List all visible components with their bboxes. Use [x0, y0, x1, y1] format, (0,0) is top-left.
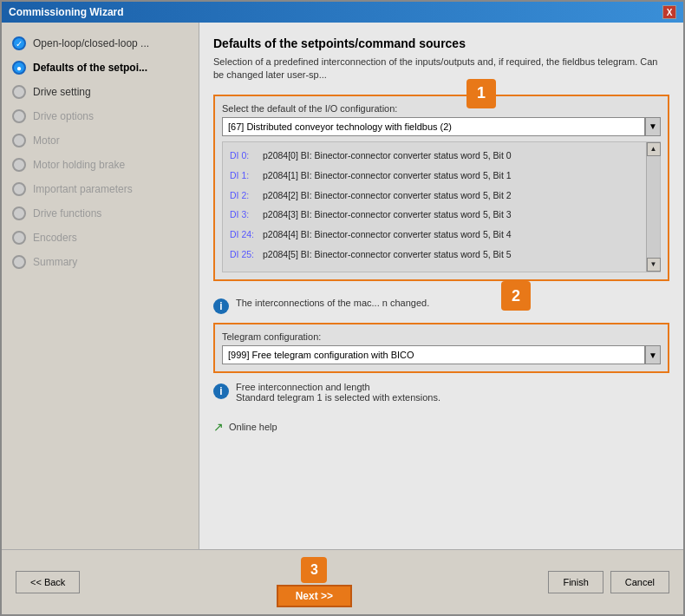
sidebar-item-motor-holding-brake[interactable]: Motor holding brake	[2, 153, 199, 177]
cancel-button[interactable]: Cancel	[610, 571, 669, 593]
sidebar-label-open-loop: Open-loop/closed-loop ...	[33, 37, 149, 49]
sidebar-item-summary[interactable]: Summary	[2, 250, 199, 274]
telegram-value[interactable]: [999] Free telegram configuration with B…	[222, 345, 645, 364]
interconnection-note: The interconnections of the mac... n cha…	[236, 297, 429, 310]
io-row-label-0: DI 0:	[230, 147, 263, 164]
sidebar-label-important-parameters: Important parameters	[33, 183, 133, 195]
telegram-select-row: [999] Free telegram configuration with B…	[222, 345, 661, 364]
io-row-value-4: p2084[4] BI: Binector-connector converte…	[263, 226, 512, 243]
bottom-right-buttons: Finish Cancel	[548, 571, 669, 593]
inactive-icon-2	[12, 109, 26, 123]
sidebar-item-defaults-setpoints[interactable]: ● Defaults of the setpoi...	[2, 56, 199, 80]
io-list-row-3: DI 3: p2084[3] BI: Binector-connector co…	[230, 206, 653, 223]
bottom-bar: << Back 3 Next >> Finish Cancel	[2, 549, 683, 614]
info-icon-2: i	[213, 383, 229, 399]
sidebar-item-important-parameters[interactable]: Important parameters	[2, 177, 199, 201]
telegram-section: Telegram configuration: [999] Free teleg…	[213, 323, 669, 373]
sidebar-label-summary: Summary	[33, 256, 77, 268]
free-info-line2: Standard telegram 1 is selected with ext…	[236, 392, 440, 403]
telegram-label: Telegram configuration:	[222, 331, 661, 342]
sidebar-label-motor-holding-brake: Motor holding brake	[33, 159, 125, 171]
io-config-label: Select the default of the I/O configurat…	[222, 103, 661, 114]
io-row-label-2: DI 2:	[230, 187, 263, 204]
sidebar-label-defaults: Defaults of the setpoi...	[33, 62, 147, 74]
scroll-down-button[interactable]: ▼	[647, 258, 661, 272]
io-list-row-0: DI 0: p2084[0] BI: Binector-connector co…	[230, 147, 653, 164]
io-config-dropdown-arrow[interactable]: ▼	[645, 117, 661, 136]
step2-container: 2 i The interconnections of the mac... n…	[213, 297, 669, 314]
io-row-value-2: p2084[2] BI: Binector-connector converte…	[263, 187, 512, 204]
io-row-label-4: DI 24:	[230, 226, 263, 243]
online-help-link[interactable]: ↗ Online help	[213, 420, 669, 434]
free-info-text: Free interconnection and length Standard…	[236, 382, 440, 403]
io-config-section: Select the default of the I/O configurat…	[213, 95, 669, 281]
content-area: ✓ Open-loop/closed-loop ... ● Defaults o…	[2, 23, 683, 549]
scrollbar[interactable]: ▲ ▼	[646, 142, 660, 272]
io-list-row-5: DI 25: p2084[5] BI: Binector-connector c…	[230, 246, 653, 263]
io-row-value-0: p2084[0] BI: Binector-connector converte…	[263, 147, 512, 164]
io-row-label-3: DI 3:	[230, 206, 263, 223]
inactive-icon-5	[12, 182, 26, 196]
free-interconnection-info: i Free interconnection and length Standa…	[213, 382, 669, 403]
inactive-icon-3	[12, 134, 26, 147]
io-row-value-3: p2084[3] BI: Binector-connector converte…	[263, 206, 512, 223]
free-info-line1: Free interconnection and length	[236, 382, 440, 392]
help-arrow-icon: ↗	[213, 420, 224, 434]
main-panel: Defaults of the setpoints/command source…	[199, 23, 683, 549]
io-row-value-5: p2084[5] BI: Binector-connector converte…	[263, 246, 512, 263]
badge-3: 3	[301, 557, 327, 583]
sidebar-label-motor: Motor	[33, 134, 60, 147]
online-help-label: Online help	[229, 422, 277, 432]
sidebar-item-drive-functions[interactable]: Drive functions	[2, 201, 199, 226]
io-list-row-4: DI 24: p2084[4] BI: Binector-connector c…	[230, 226, 653, 243]
main-subtitle: Selection of a predefined interconnectio…	[213, 56, 669, 82]
step1-container: 1 Select the default of the I/O configur…	[213, 95, 669, 290]
next-button[interactable]: Next >>	[277, 585, 352, 607]
badge-1: 1	[466, 79, 496, 108]
badge-2: 2	[501, 281, 531, 311]
sidebar-item-drive-setting[interactable]: Drive setting	[2, 80, 199, 104]
commissioning-wizard-window: Commissioning Wizard X ✓ Open-loop/close…	[0, 0, 685, 616]
io-config-value[interactable]: [67] Distributed conveyor technology wit…	[222, 117, 645, 136]
finish-button[interactable]: Finish	[548, 571, 603, 593]
sidebar-label-encoders: Encoders	[33, 232, 77, 244]
sidebar-item-motor[interactable]: Motor	[2, 128, 199, 153]
inactive-icon-8	[12, 255, 26, 269]
sidebar-label-drive-setting: Drive setting	[33, 86, 91, 98]
io-list-row-2: DI 2: p2084[2] BI: Binector-connector co…	[230, 187, 653, 204]
window-title: Commissioning Wizard	[9, 6, 124, 18]
sidebar-item-encoders[interactable]: Encoders	[2, 226, 199, 250]
title-bar: Commissioning Wizard X	[2, 2, 683, 23]
inactive-icon-4	[12, 158, 26, 172]
close-button[interactable]: X	[662, 5, 676, 19]
io-row-value-1: p2084[1] BI: Binector-connector converte…	[263, 167, 512, 184]
next-button-container: 3 Next >>	[277, 557, 352, 607]
checked-icon: ✓	[12, 36, 26, 50]
io-config-select-row: [67] Distributed conveyor technology wit…	[222, 117, 661, 136]
info-icon-1: i	[213, 298, 229, 314]
main-title: Defaults of the setpoints/command source…	[213, 36, 669, 50]
scroll-up-button[interactable]: ▲	[647, 142, 661, 156]
io-row-label-1: DI 1:	[230, 167, 263, 184]
sidebar-item-drive-options[interactable]: Drive options	[2, 104, 199, 128]
sidebar-item-open-loop[interactable]: ✓ Open-loop/closed-loop ...	[2, 31, 199, 56]
sidebar: ✓ Open-loop/closed-loop ... ● Defaults o…	[2, 23, 199, 549]
io-row-label-5: DI 25:	[230, 246, 263, 263]
sidebar-label-drive-options: Drive options	[33, 110, 94, 122]
active-icon: ●	[12, 61, 26, 75]
inactive-icon-1	[12, 85, 26, 99]
telegram-dropdown-arrow[interactable]: ▼	[645, 345, 661, 364]
io-info-list: DI 0: p2084[0] BI: Binector-connector co…	[222, 141, 661, 272]
bottom-left-buttons: << Back	[16, 571, 80, 593]
sidebar-label-drive-functions: Drive functions	[33, 207, 101, 220]
back-button[interactable]: << Back	[16, 571, 80, 593]
inactive-icon-6	[12, 206, 26, 220]
inactive-icon-7	[12, 231, 26, 245]
io-list-row-1: DI 1: p2084[1] BI: Binector-connector co…	[230, 167, 653, 184]
